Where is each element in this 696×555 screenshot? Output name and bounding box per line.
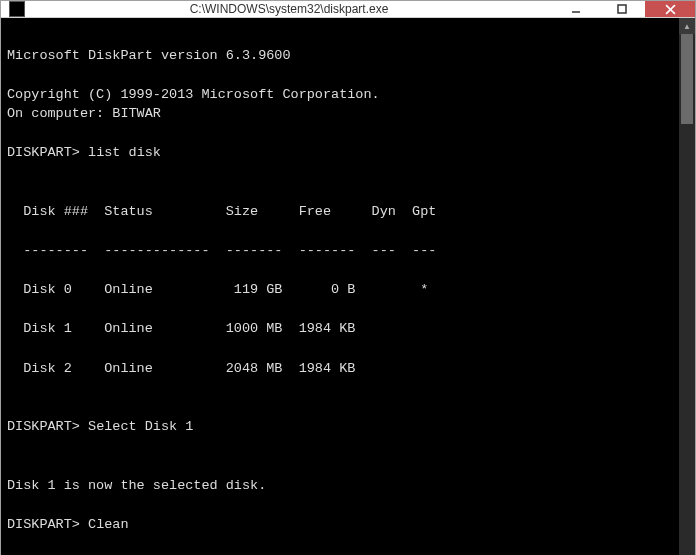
terminal-output[interactable]: Microsoft DiskPart version 6.3.9600 Copy… — [1, 18, 679, 555]
result-message: Disk 1 is now the selected disk. — [7, 478, 266, 493]
disk-table-header: Disk ### Status Size Free Dyn Gpt — [7, 202, 673, 222]
window-controls — [553, 1, 695, 17]
disk-table-row: Disk 2 Online 2048 MB 1984 KB — [7, 359, 673, 379]
command-input: Clean — [88, 517, 129, 532]
terminal-area: Microsoft DiskPart version 6.3.9600 Copy… — [1, 18, 695, 555]
copyright-line: Copyright (C) 1999-2013 Microsoft Corpor… — [7, 87, 380, 102]
app-icon — [9, 1, 25, 17]
close-button[interactable] — [645, 1, 695, 17]
maximize-button[interactable] — [599, 1, 645, 17]
prompt: DISKPART> — [7, 517, 80, 532]
disk-table-row: Disk 0 Online 119 GB 0 B * — [7, 280, 673, 300]
prompt-row: DISKPART> Select Disk 1 — [7, 417, 673, 437]
disk-table-row: Disk 1 Online 1000 MB 1984 KB — [7, 319, 673, 339]
prompt: DISKPART> — [7, 145, 80, 160]
header-line: Microsoft DiskPart version 6.3.9600 — [7, 48, 291, 63]
prompt-row: DISKPART> list disk — [7, 143, 673, 163]
scroll-thumb[interactable] — [681, 34, 693, 124]
scrollbar[interactable]: ▲ ▼ — [679, 18, 695, 555]
command-input: Select Disk 1 — [88, 419, 193, 434]
minimize-button[interactable] — [553, 1, 599, 17]
scroll-up-button[interactable]: ▲ — [679, 18, 695, 34]
prompt-row: DISKPART> Clean — [7, 515, 673, 535]
prompt: DISKPART> — [7, 419, 80, 434]
disk-table-divider: -------- ------------- ------- ------- -… — [7, 241, 673, 261]
command-input: list disk — [88, 145, 161, 160]
svg-rect-1 — [618, 5, 626, 13]
diskpart-window: C:\WINDOWS\system32\diskpart.exe Microso… — [0, 0, 696, 555]
titlebar[interactable]: C:\WINDOWS\system32\diskpart.exe — [1, 1, 695, 18]
computer-line: On computer: BITWAR — [7, 106, 161, 121]
window-title: C:\WINDOWS\system32\diskpart.exe — [25, 2, 553, 16]
